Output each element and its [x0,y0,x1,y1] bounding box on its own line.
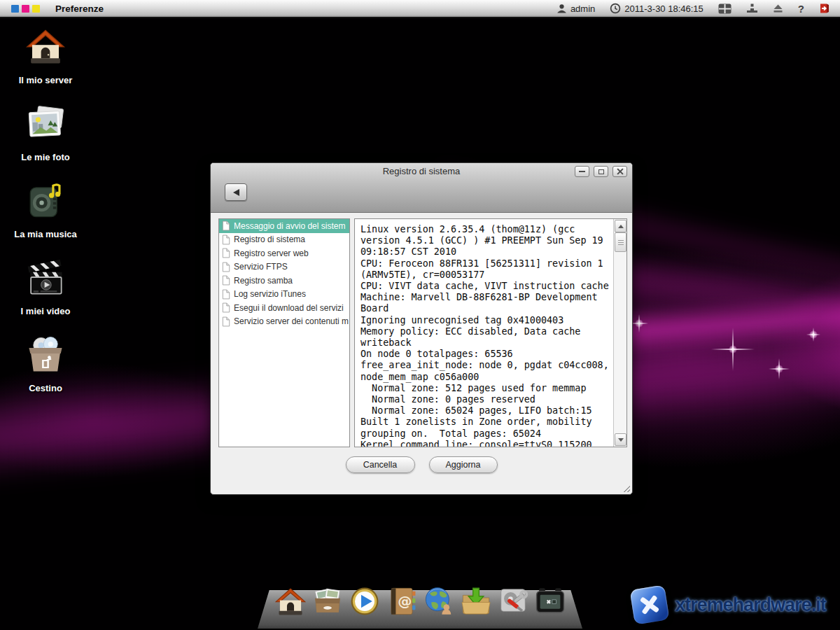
desktop-icon-label: La mia musica [14,229,77,239]
document-icon [222,262,230,272]
log-text: Linux version 2.6.35.4 (thom@11z) (gcc v… [355,219,614,447]
document-icon [222,220,230,231]
dock-contacts-icon[interactable]: @ [385,584,419,617]
username-label: admin [570,4,595,14]
dock-web-icon[interactable] [422,584,456,617]
cancel-button[interactable]: Cancella [346,456,415,473]
desktop-icon-label: Cestino [29,383,62,393]
log-type-list: Messaggio di avvio del sistem Registro d… [218,218,350,447]
desktop-icon-label: Il mio server [19,75,73,85]
eject-icon[interactable] [773,4,783,13]
log-type-label: Log servizio iTunes [234,289,306,299]
document-icon [222,289,230,300]
log-content-panel[interactable]: Linux version 2.6.35.4 (thom@11z) (gcc v… [354,218,627,447]
log-type-item[interactable]: Registro di sistema [219,233,349,247]
document-icon [222,316,230,327]
document-icon [222,248,230,258]
background-glow [616,231,840,462]
log-type-item[interactable]: Esegui il download del servizi [219,301,349,315]
logout-icon[interactable] [819,3,830,14]
system-log-window: Registro di sistema Messaggio di avvio d… [210,162,633,495]
user-icon [556,4,567,14]
sparkle [769,358,790,379]
trash-icon [25,332,66,374]
log-scrollbar[interactable] [613,219,626,447]
log-type-item[interactable]: Registro server web [219,246,349,260]
menubar-title: Preferenze [55,4,104,14]
sparkle [711,328,755,371]
svg-text:@: @ [398,593,412,610]
site-watermark: xtremehardware.it [632,587,826,622]
log-type-item[interactable]: Registro samba [219,274,349,288]
desktop-icon-my-videos[interactable]: I miei video [6,255,85,332]
log-type-item[interactable]: Servizio server dei contenuti m [219,315,349,329]
music-icon [25,178,66,220]
photos-icon [25,101,66,143]
top-menubar: Preferenze admin 2011-3-30 18:46:15 ? [0,0,840,18]
log-type-item[interactable]: Messaggio di avvio del sistem [219,219,349,233]
dock-system-tools-icon[interactable] [496,584,530,617]
log-type-item[interactable]: Servizio FTPS [219,260,349,274]
home-icon [25,24,66,66]
sparkle [806,328,820,342]
scroll-down-icon[interactable] [615,433,626,446]
document-icon [222,302,230,313]
network-icon[interactable] [746,4,758,13]
refresh-button[interactable]: Aggiorna [429,456,498,473]
xtremehardware-logo-icon [629,584,669,624]
apps-grid-icon[interactable] [718,4,732,14]
minimize-icon[interactable] [575,166,589,177]
clock-area[interactable]: 2011-3-30 18:46:15 [610,3,704,14]
log-type-label: Servizio FTPS [234,262,288,272]
desktop-icon-my-server[interactable]: Il mio server [6,24,85,101]
user-menu[interactable]: admin [556,4,595,14]
log-type-item[interactable]: Log servizio iTunes [219,288,349,302]
brand-logo-icon [11,5,40,13]
desktop-icon-column: Il mio server Le mie foto [6,24,85,409]
window-title: Registro di sistema [211,166,632,176]
window-titlebar[interactable]: Registro di sistema [211,163,632,213]
back-button[interactable] [225,183,247,201]
document-icon [222,275,230,286]
maximize-icon[interactable] [594,166,608,177]
scrollbar-thumb[interactable] [615,232,626,252]
dock-downloads-icon[interactable] [459,584,493,617]
desktop-icon-trash[interactable]: Cestino [6,332,85,409]
desktop-icon-my-photos[interactable]: Le mie foto [6,101,85,178]
dock: @ [258,584,582,617]
log-type-label: Registro di sistema [234,234,305,244]
log-type-label: Registro server web [234,248,309,258]
watermark-text: xtremehardware.it [675,594,826,616]
resize-grip[interactable] [622,484,630,492]
dock-media-player-icon[interactable] [348,584,382,617]
back-arrow-icon [233,189,239,196]
log-type-label: Servizio server dei contenuti m [234,316,349,326]
log-type-label: Esegui il download del servizi [234,303,344,313]
log-type-label: Messaggio di avvio del sistem [234,221,345,231]
document-icon [222,234,230,245]
dock-home-icon[interactable] [274,584,307,617]
desktop-icon-my-music[interactable]: La mia musica [6,178,85,255]
desktop-icon-label: Le mie foto [21,152,69,162]
help-icon[interactable]: ? [798,3,804,15]
close-icon[interactable] [612,166,627,177]
log-type-label: Registro samba [234,276,293,286]
dock-media-device-icon[interactable] [533,584,567,617]
dock-photos-icon[interactable] [311,584,344,617]
clock-icon [610,3,621,14]
datetime-label: 2011-3-30 18:46:15 [624,4,704,14]
scroll-up-icon[interactable] [615,220,626,232]
videos-icon [25,255,66,297]
desktop-icon-label: I miei video [21,306,71,316]
